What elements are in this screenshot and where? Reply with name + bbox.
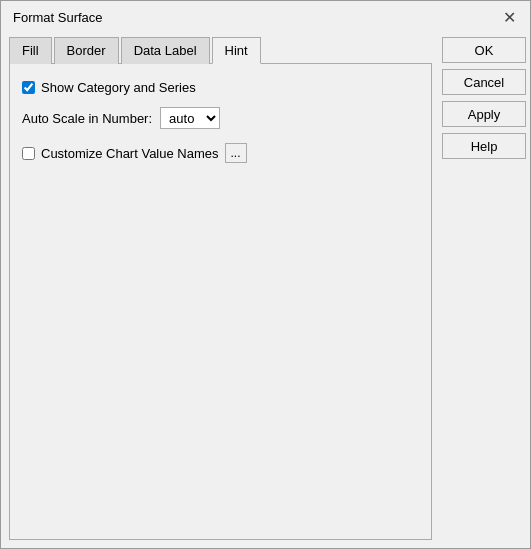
dialog-body: Fill Border Data Label Hint Show Categor… bbox=[1, 33, 530, 548]
ok-button[interactable]: OK bbox=[442, 37, 526, 63]
customize-row: Customize Chart Value Names ... bbox=[22, 143, 419, 163]
tab-fill[interactable]: Fill bbox=[9, 37, 52, 64]
show-category-label[interactable]: Show Category and Series bbox=[41, 80, 196, 95]
show-category-checkbox[interactable] bbox=[22, 81, 35, 94]
dots-button[interactable]: ... bbox=[225, 143, 247, 163]
help-button[interactable]: Help bbox=[442, 133, 526, 159]
customize-checkbox[interactable] bbox=[22, 147, 35, 160]
tab-bar: Fill Border Data Label Hint bbox=[9, 37, 432, 64]
tab-data-label[interactable]: Data Label bbox=[121, 37, 210, 64]
customize-label[interactable]: Customize Chart Value Names bbox=[41, 146, 219, 161]
auto-scale-label: Auto Scale in Number: bbox=[22, 111, 152, 126]
auto-scale-row: Auto Scale in Number: auto none K M G bbox=[22, 107, 419, 129]
title-bar: Format Surface ✕ bbox=[1, 1, 530, 33]
left-panel: Fill Border Data Label Hint Show Categor… bbox=[9, 37, 432, 540]
auto-scale-dropdown[interactable]: auto none K M G bbox=[160, 107, 220, 129]
close-button[interactable]: ✕ bbox=[500, 8, 518, 26]
tab-border[interactable]: Border bbox=[54, 37, 119, 64]
cancel-button[interactable]: Cancel bbox=[442, 69, 526, 95]
format-surface-dialog: Format Surface ✕ Fill Border Data Label … bbox=[0, 0, 531, 549]
apply-button[interactable]: Apply bbox=[442, 101, 526, 127]
tab-hint[interactable]: Hint bbox=[212, 37, 261, 64]
show-category-row: Show Category and Series bbox=[22, 80, 419, 95]
dialog-title: Format Surface bbox=[13, 10, 103, 25]
right-panel: OK Cancel Apply Help bbox=[432, 37, 522, 540]
hint-content: Show Category and Series Auto Scale in N… bbox=[9, 64, 432, 540]
